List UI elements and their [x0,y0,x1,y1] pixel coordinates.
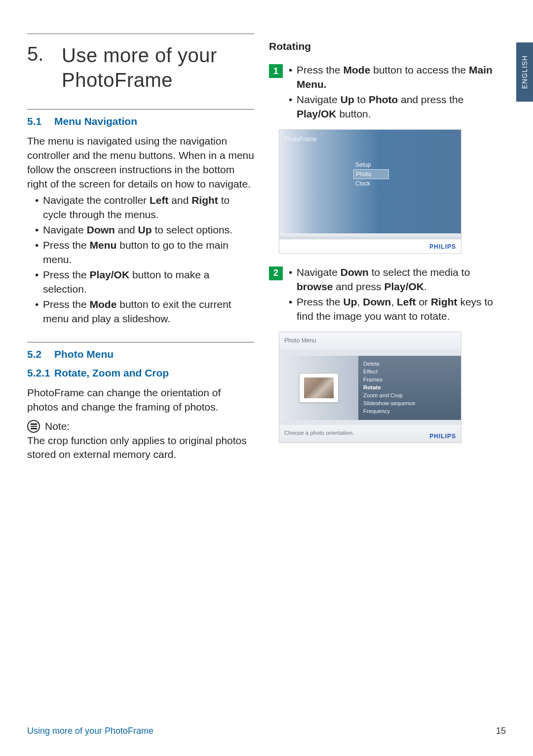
note-text: The crop function only applies to origin… [27,434,254,462]
bullet-item: Press the Mode button to access the Main… [290,63,496,92]
menu-item-photo: Photo [353,169,389,179]
menu-item-setup: Setup [353,160,389,169]
screenshot-caption: Choose a photo orientation. [284,430,354,436]
bullet-item: Press the Menu button to go to the main … [36,238,254,267]
section-5-2-heading: 5.2 Photo Menu [27,348,254,360]
section-5-1-bullets: Navigate the controller Left and Right t… [27,193,254,326]
section-title: Rotate, Zoom and Crop [54,367,169,379]
section-number: 5.2.1 [27,367,54,379]
page-footer: Using more of your PhotoFrame 15 [27,726,506,736]
step-number-badge: 2 [269,266,283,280]
footer-title: Using more of your PhotoFrame [27,726,153,736]
chapter-heading: 5. Use more of your PhotoFrame [27,43,254,92]
section-5-2-1-heading: 5.2.1 Rotate, Zoom and Crop [27,367,254,379]
section-title: Photo Menu [54,348,114,360]
menu-item-frequency: Frequency [363,407,456,415]
screenshot-photo-menu: Photo Menu Delete Effect Frames Rotate Z… [279,332,461,443]
bullet-item: Press the Play/OK button to make a selec… [36,268,254,297]
step-1: 1 Press the Mode button to access the Ma… [269,63,496,122]
right-column: Rotating 1 Press the Mode button to acce… [269,30,496,464]
step-content: Press the Mode button to access the Main… [290,63,496,122]
note-heading: Note: [27,419,254,434]
section-number: 5.2 [27,348,54,360]
bullet-item: Navigate the controller Left and Right t… [36,193,254,222]
section-5-1-heading: 5.1 Menu Navigation [27,115,254,127]
language-tab-label: ENGLISH [521,55,529,89]
section-5-1-paragraph: The menu is navigated using the navigati… [27,134,254,191]
step-content: Navigate Down to select the media to bro… [290,265,496,325]
photo-thumbnail [299,373,339,403]
menu-item-zoom-crop: Zoom and Crop [363,391,456,399]
menu-item-rotate: Rotate [363,383,456,391]
chapter-number: 5. [27,43,62,92]
menu-item-delete: Delete [363,360,456,368]
section-number: 5.1 [27,115,54,127]
philips-logo: PHILIPS [429,243,456,250]
section-title: Menu Navigation [54,115,137,127]
note-icon [27,420,40,433]
rule [27,34,254,34]
step-number-badge: 1 [269,64,283,78]
note-label: Note: [45,419,70,434]
left-column: 5. Use more of your PhotoFrame 5.1 Menu … [27,30,254,464]
screenshot-thumbnail-area [279,356,358,420]
screenshot-main-menu: PhotoFrame Setup Photo Clock PHILIPS [279,129,461,254]
bullet-item: Press the Mode button to exit the curren… [36,298,254,326]
bullet-item: Navigate Up to Photo and press the Play/… [290,93,496,121]
chapter-title-line1: Use more of your [62,44,217,66]
screenshot-title: PhotoFrame [284,136,317,143]
screenshot-title: Photo Menu [279,332,461,350]
bullet-item: Navigate Down and Up to select options. [36,223,254,237]
bullet-item: Press the Up, Down, Left or Right keys t… [290,295,496,324]
chapter-title-line2: PhotoFrame [62,69,173,91]
language-tab: ENGLISH [516,42,533,102]
rule [27,342,254,342]
menu-item-slideshow-sequence: Slideshow sequence [363,399,456,407]
bullet-item: Navigate Down to select the media to bro… [290,265,496,294]
chapter-title: Use more of your PhotoFrame [62,43,217,92]
rule [27,109,254,110]
menu-item-frames: Frames [363,376,456,383]
menu-item-effect: Effect [363,368,456,376]
screenshot-menu-list: Delete Effect Frames Rotate Zoom and Cro… [358,356,461,420]
rotating-heading: Rotating [269,40,496,52]
page-number: 15 [496,726,506,736]
philips-logo: PHILIPS [429,433,456,440]
menu-item-clock: Clock [353,179,389,188]
page-body: 5. Use more of your PhotoFrame 5.1 Menu … [0,0,533,464]
step-2: 2 Navigate Down to select the media to b… [269,265,496,325]
section-5-2-1-paragraph: PhotoFrame can change the orientation of… [27,386,254,415]
